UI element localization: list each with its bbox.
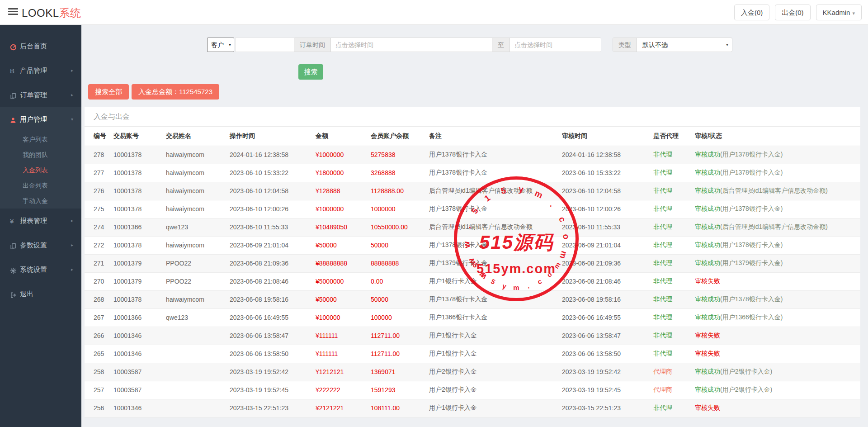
row-agent: 非代理 [653,218,695,236]
brand-suffix: 系统 [59,7,81,19]
brand-name: LOOKL [22,7,59,19]
status-badge: 审核成功 [695,169,720,176]
row-name: qwe123 [166,218,230,236]
row-name [166,363,230,381]
chevron-down-icon: ▾ [71,107,73,132]
row-account: 10001378 [113,236,166,254]
row-account: 10001366 [113,218,166,236]
sidebar-item-dashboard[interactable]: 后台首页 [0,34,81,58]
chevron-right-icon: ▸ [71,58,73,83]
table-row: 27710001378haiwaiymcom2023-06-10 15:33:2… [85,164,860,182]
row-op-time: 2024-01-16 12:38:58 [230,146,316,164]
sidebar-subitem[interactable]: 出金列表 [0,178,81,193]
customer-field-select-value: 客户 [211,41,224,48]
row-status: 审核失败 [695,272,860,290]
row-op-time: 2023-06-10 15:33:22 [230,164,316,182]
sidebar-subitem[interactable]: 客户列表 [0,132,81,147]
row-agent: 非代理 [653,236,695,254]
row-id: 257 [85,381,113,399]
row-account: 10001379 [113,254,166,272]
status-badge: 审核成功 [695,386,720,393]
row-id: 276 [85,182,113,200]
type-select[interactable]: 默认不选 ▾ [637,38,732,52]
row-amount: ¥1000000 [316,146,371,164]
withdraw-count-button[interactable]: 出金(0) [775,5,810,20]
row-status: 审核失败 [695,399,860,417]
search-all-button[interactable]: 搜索全部 [88,84,129,100]
chevron-down-icon: ▾ [726,38,728,52]
row-remark: 用户1378银行卡入金 [429,290,562,308]
sidebar-item-orders[interactable]: 订单管理▸ [0,83,81,107]
row-id: 256 [85,399,113,417]
row-amount: ¥1212121 [316,363,371,381]
row-op-time: 2023-03-19 19:52:45 [230,381,316,399]
row-account: 10001378 [113,200,166,218]
row-amount: ¥10489050 [316,218,371,236]
sidebar-item-params[interactable]: 参数设置▸ [0,233,81,257]
row-account: 10001378 [113,146,166,164]
customer-field-select[interactable]: 客户 ▾ [207,38,234,52]
row-op-time: 2023-06-09 21:01:04 [230,236,316,254]
chevron-right-icon: ▸ [71,209,73,233]
sidebar-subitem-active[interactable]: 入金列表 [0,162,81,178]
status-badge: 审核成功 [695,205,720,212]
row-status: 审核成功(用户1378银行卡入金) [695,290,860,308]
row-audit-time: 2023-06-08 21:08:46 [562,272,653,290]
row-agent: 非代理 [653,146,695,164]
deposit-total-button[interactable]: 入金总金额：112545723 [132,84,219,100]
row-balance: 0.00 [371,272,429,290]
row-id: 258 [85,363,113,381]
sidebar-item-logout[interactable]: 退出 [0,282,81,306]
row-id: 268 [85,290,113,308]
status-badge: 审核成功 [695,223,720,230]
row-op-time: 2023-06-10 11:55:33 [230,218,316,236]
user-menu-button[interactable]: KKadmin▾ [816,5,862,20]
row-status: 审核成功(用户2银行卡入金) [695,363,860,381]
sidebar-item-users[interactable]: 用户管理▾ [0,107,81,132]
row-name: haiwaiymcom [166,164,230,182]
status-badge: 审核成功 [695,368,720,375]
sidebar-subitem[interactable]: 我的团队 [0,147,81,162]
date-to-input[interactable] [510,38,601,52]
row-balance: 1000000 [371,200,429,218]
row-op-time: 2023-06-06 13:58:50 [230,345,316,363]
date-from-input[interactable] [331,38,492,52]
sidebar-item-label: 退出 [20,290,33,298]
row-op-time: 2023-06-10 12:04:58 [230,182,316,200]
deposit-count-button[interactable]: 入金(0) [734,5,769,20]
row-amount: ¥222222 [316,381,371,399]
table-row: 266100013462023-06-06 13:58:47¥111111112… [85,327,860,345]
row-balance: 100000 [371,308,429,327]
column-header: 金额 [316,127,371,146]
row-status: 审核成功(用户1378银行卡入金) [695,164,860,182]
search-button[interactable]: 搜索 [298,64,323,80]
row-name: qwe123 [166,308,230,327]
panel-title: 入金与出金 [85,107,860,127]
table-row: 26710001366qwe1232023-06-06 16:49:55¥100… [85,308,860,327]
row-op-time: 2023-06-06 13:58:47 [230,327,316,345]
row-status: 审核失败 [695,327,860,345]
row-audit-time: 2023-06-06 13:58:47 [562,327,653,345]
row-remark: 用户1378银行卡入金 [429,164,562,182]
main-content: 客户 ▾ 订单时间 至 类型 默认不选 ▾ 搜索 搜索全部 入金总金额：1125… [81,25,868,427]
sidebar-item-system[interactable]: 系统设置▸ [0,257,81,282]
row-remark: 用户1379银行卡入金 [429,254,562,272]
status-badge: 审核失败 [695,404,720,411]
sidebar-subitem[interactable]: 手动入金 [0,193,81,209]
row-account: 10003587 [113,381,166,399]
row-op-time: 2023-03-15 22:51:23 [230,399,316,417]
row-op-time: 2023-06-08 19:58:16 [230,290,316,308]
row-agent: 代理商 [653,363,695,381]
status-detail: (用户1379银行卡入金) [720,259,783,266]
app-logo[interactable]: LOOKL系统 [22,6,81,20]
sidebar-item-products[interactable]: Ƀ产品管理▸ [0,58,81,83]
sidebar-toggle-icon[interactable] [8,8,18,16]
row-op-time: 2023-06-08 21:08:46 [230,272,316,290]
sidebar-item-label: 产品管理 [20,66,47,74]
status-badge: 审核成功 [695,241,720,248]
row-audit-time: 2023-06-06 16:49:55 [562,308,653,327]
sidebar-item-reports[interactable]: ¥报表管理▸ [0,209,81,233]
status-detail: (后台管理员id1编辑客户信息改动金额) [720,223,828,230]
status-badge: 审核成功 [695,151,720,158]
to-label: 至 [492,38,510,52]
